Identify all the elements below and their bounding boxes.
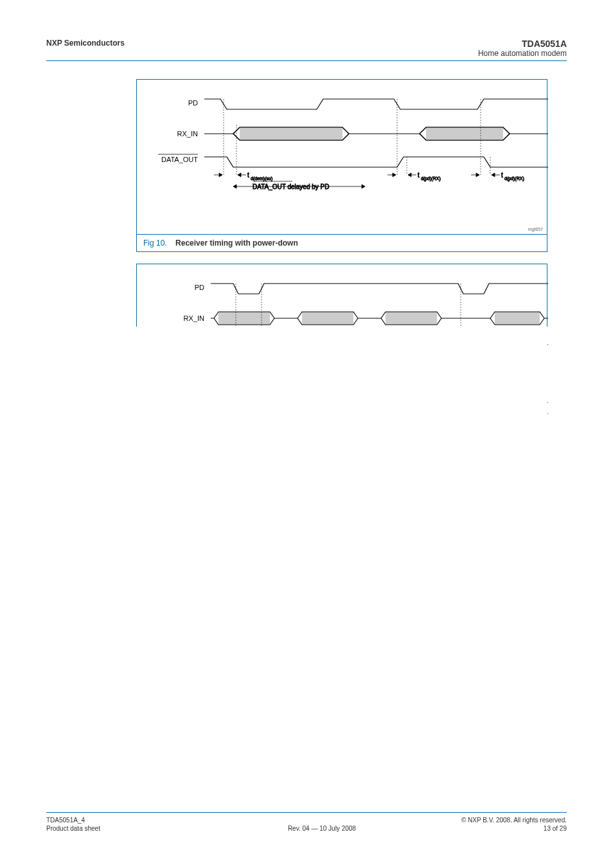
svg-text:t: t [247,172,249,179]
page-footer: TDA5051A_4 © NXP B.V. 2008. All rights r… [46,812,567,832]
svg-marker-10 [238,173,241,177]
figure10-code: mgt857 [528,227,543,231]
fig10-dataout-label: DATA_OUT [161,156,198,163]
fig11-rx-burst-4 [495,312,540,325]
svg-marker-13 [393,173,396,177]
fig10-rx-burst-2 [426,127,503,140]
svg-text:t: t [418,172,420,179]
figure10-num: Fig 10. [143,239,167,248]
footer-rule [46,812,567,813]
blank-mask [136,327,547,757]
svg-marker-24 [362,185,365,188]
footer-doc-type: Product data sheet [46,825,100,832]
fig11-rxin-label: RX_IN [184,314,204,322]
figure10-box: PD RX_IN DATA_OUT [136,79,547,252]
fig10-tpdrx1: d(pd)(RX) [421,176,441,181]
svg-marker-20 [492,173,495,177]
svg-text:t: t [501,172,503,179]
product-id: TDA5051A [478,39,567,49]
figure10-svg: PD RX_IN DATA_OUT [137,80,548,234]
fig10-annot: t d(dem)(su) t d(pd)(RX) t d(pd)(RX) [214,172,524,190]
fig10-pd-wave [204,99,548,109]
fig10-pd-label: PD [188,99,198,107]
fig11-rx-burst-2 [302,312,353,325]
product-desc: Home automation modem [478,49,567,58]
fig10-dataout-wave [204,157,548,167]
header-rule [46,60,567,61]
fig10-tdemsu: d(dem)(su) [251,176,272,181]
footer-doc-id: TDA5051A_4 [46,817,85,824]
svg-marker-23 [233,185,236,188]
footer-page: 13 of 29 [544,825,567,832]
svg-marker-8 [219,173,222,177]
svg-marker-15 [408,173,411,177]
svg-marker-18 [476,173,479,177]
figure10-caption: Fig 10. Receiver timing with power-down [137,234,547,251]
fig10-tpdrx2: d(pd)(RX) [504,176,524,181]
header-company: NXP Semiconductors [46,39,125,58]
figure10-title: Receiver timing with power-down [175,239,298,248]
header-product: TDA5051A Home automation modem [478,39,567,58]
fig10-delayed: DATA_OUT delayed by PD [253,183,330,190]
fig11-rx-burst-3 [386,312,437,325]
fig11-pd-label: PD [195,284,204,291]
fig11-rx-burst-1 [218,312,270,325]
fig10-rx-burst-1 [240,127,342,140]
footer-copyright: © NXP B.V. 2008. All rights reserved. [461,817,567,824]
fig10-rxin-label: RX_IN [177,130,198,138]
footer-rev: Rev. 04 — 10 July 2008 [288,825,356,832]
page-header: NXP Semiconductors TDA5051A Home automat… [46,39,567,58]
